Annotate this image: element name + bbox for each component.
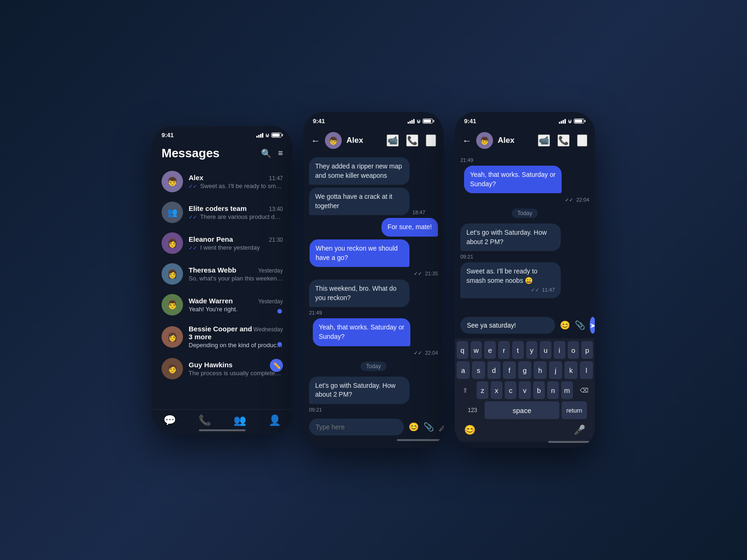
home-indicator (397, 439, 444, 441)
nav-profile[interactable]: 👤 (268, 414, 281, 427)
back-button[interactable]: ← (462, 135, 472, 146)
key-h[interactable]: h (534, 361, 547, 379)
emoji-button-3[interactable]: 😊 (560, 320, 570, 330)
key-x[interactable]: x (491, 381, 502, 399)
messages-header: Messages 🔍 ≡ (152, 142, 292, 166)
key-c[interactable]: c (505, 381, 516, 399)
key-shift[interactable]: ⇧ (457, 381, 474, 399)
chat-action-buttons: 📹 📞 ⋮ (387, 134, 436, 147)
timestamp-label: 09:21 (309, 407, 322, 413)
avatar-wade: 👨 (162, 294, 183, 315)
key-p[interactable]: p (581, 341, 593, 359)
header-actions: 🔍 ≡ (261, 148, 283, 159)
key-g[interactable]: g (518, 361, 531, 379)
back-button[interactable]: ← (311, 135, 320, 146)
nav-calls[interactable]: 📞 (198, 414, 211, 427)
day-divider: Today (360, 362, 387, 371)
key-i[interactable]: i (554, 341, 565, 359)
microphone-keyboard-button[interactable]: 🎤 (574, 424, 585, 435)
conv-name: Wade Warren (189, 297, 233, 305)
nav-contacts[interactable]: 👥 (233, 414, 246, 427)
timestamp-label: 09:21 (460, 254, 473, 259)
key-o[interactable]: o (568, 341, 579, 359)
key-v[interactable]: v (519, 381, 530, 399)
video-call-button[interactable]: 📹 (387, 134, 399, 147)
search-button[interactable]: 🔍 (261, 148, 271, 159)
key-m[interactable]: m (561, 381, 573, 399)
avatar-eleanor: 👩 (162, 232, 183, 254)
key-l[interactable]: l (580, 361, 593, 379)
message-row: Yeah, that works. Saturday or Sunday? (313, 318, 438, 346)
conv-content-bessie: Bessie Cooper and 3 more Wednesday Depen… (189, 325, 283, 349)
more-options-button-3[interactable]: ⋮ (577, 134, 587, 147)
key-delete[interactable]: ⌫ (575, 381, 593, 399)
message-text: Yeah, that works. Saturday or Sunday? (470, 171, 556, 188)
emoji-button[interactable]: 😊 (409, 422, 419, 432)
key-f[interactable]: f (503, 361, 516, 379)
key-a[interactable]: a (457, 361, 470, 379)
message-bubble: Yeah, that works. Saturday or Sunday? (464, 166, 562, 193)
key-d[interactable]: d (487, 361, 500, 379)
key-n[interactable]: n (547, 381, 559, 399)
conv-preview: So, what's your plan this weekend? (189, 275, 283, 282)
more-options-button[interactable]: ⋮ (426, 134, 436, 147)
time-3: 9:41 (464, 118, 476, 125)
chat-input-area: 😊 📎 🎤 (303, 415, 444, 440)
filter-button[interactable]: ≡ (278, 148, 283, 159)
conv-item-eleanor[interactable]: 👩 Eleanor Pena 21:30 ✓✓ I went there yes… (156, 228, 289, 259)
conv-content-guy: Guy Hawkins The process is usually compl… (189, 361, 283, 377)
key-z[interactable]: z (477, 381, 488, 399)
key-w[interactable]: w (471, 341, 482, 359)
attachment-button-3[interactable]: 📎 (575, 320, 585, 330)
unread-badge (277, 309, 282, 314)
message-bubble: Yeah, that works. Saturday or Sunday? (313, 318, 410, 346)
key-return[interactable]: return (562, 401, 587, 419)
voice-call-button-3[interactable]: 📞 (557, 134, 570, 147)
message-input-3[interactable] (460, 317, 555, 334)
status-bar-2: 9:41 ⊍ (303, 112, 444, 128)
message-row: Yeah, that works. Saturday or Sunday? (464, 166, 589, 193)
phone-messages-list: 9:41 ⊍ Messages 🔍 ≡ 👦 (152, 126, 292, 434)
message-bubble: This weekend, bro. What do you reckon? (309, 280, 409, 307)
key-r[interactable]: r (498, 341, 510, 359)
conv-name: Alex (189, 174, 204, 182)
voice-button[interactable]: 🎤 (438, 419, 444, 435)
compose-button[interactable]: ✏️ (270, 359, 283, 372)
key-y[interactable]: y (526, 341, 538, 359)
conv-content-eleanor: Eleanor Pena 21:30 ✓✓ I went there yeste… (189, 235, 283, 251)
key-u[interactable]: u (540, 341, 551, 359)
key-q[interactable]: q (457, 341, 468, 359)
key-space[interactable]: space (485, 401, 559, 419)
attachment-button[interactable]: 📎 (423, 422, 434, 432)
key-123[interactable]: 123 (463, 401, 482, 419)
nav-messages[interactable]: 💬 (163, 414, 176, 427)
message-bubble: Sweet as. I'll be ready to smash some no… (460, 262, 561, 298)
key-b[interactable]: b (533, 381, 545, 399)
video-call-button-3[interactable]: 📹 (538, 134, 550, 147)
emoji-keyboard-button[interactable]: 😊 (464, 424, 476, 435)
conv-item-guy[interactable]: 🧑 Guy Hawkins The process is usually com… (156, 353, 289, 384)
key-k[interactable]: k (564, 361, 578, 379)
keyboard-row-4: 123 space return (457, 401, 593, 419)
conv-preview: Yeah! You're right. (189, 306, 283, 313)
key-j[interactable]: j (549, 361, 562, 379)
voice-call-button[interactable]: 📞 (406, 134, 418, 147)
conv-item-wade[interactable]: 👨 Wade Warren Yesterday Yeah! You're rig… (156, 289, 289, 320)
message-time: 18:47 (412, 210, 425, 215)
conv-item-theresa[interactable]: 👩 Theresa Webb Yesterday So, what's your… (156, 259, 289, 289)
send-button[interactable]: ➤ (590, 317, 595, 334)
battery-icon (574, 119, 585, 124)
conv-item-alex[interactable]: 👦 Alex 11:47 ✓✓ Sweet as. I'll be ready … (156, 166, 289, 197)
key-e[interactable]: e (484, 341, 496, 359)
time-1: 9:41 (162, 132, 174, 139)
key-t[interactable]: t (512, 341, 524, 359)
key-s[interactable]: s (472, 361, 485, 379)
message-bubble: They added a ripper new map and some kil… (309, 157, 409, 185)
conv-content-theresa: Theresa Webb Yesterday So, what's your p… (189, 266, 283, 282)
message-input[interactable] (309, 419, 404, 435)
conv-item-bessie[interactable]: 👩 Bessie Cooper and 3 more Wednesday Dep… (156, 320, 289, 353)
conv-item-elite[interactable]: 👥 Elite coders team 13:40 ✓✓ There are v… (156, 197, 289, 228)
page-title: Messages (162, 146, 219, 161)
conv-preview: ✓✓ I went there yesterday (189, 244, 283, 251)
tick-icon: ✓✓ (189, 214, 197, 220)
